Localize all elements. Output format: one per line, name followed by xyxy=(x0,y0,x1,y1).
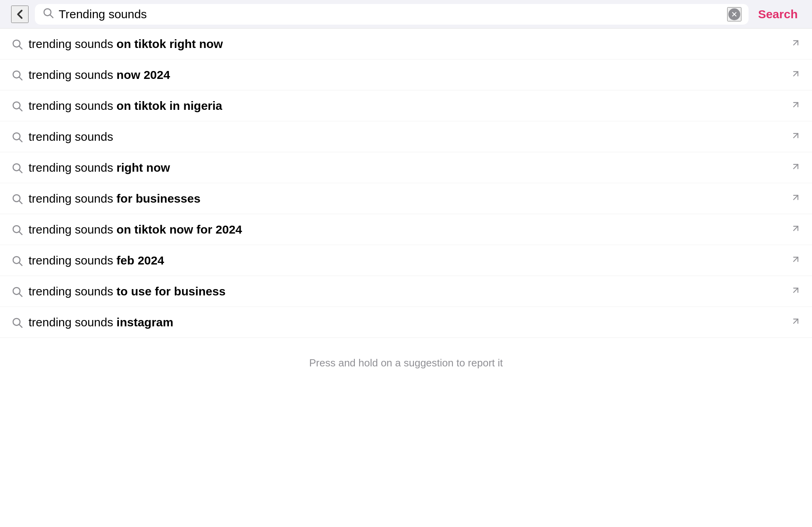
suggestion-item[interactable]: trending sounds instagram xyxy=(0,307,812,338)
suggestion-item[interactable]: trending sounds on tiktok right now xyxy=(0,29,812,59)
svg-line-21 xyxy=(794,195,798,200)
svg-line-14 xyxy=(19,139,22,142)
svg-line-1 xyxy=(50,15,53,18)
svg-line-30 xyxy=(794,288,798,293)
suggestion-search-icon xyxy=(11,255,29,266)
suggestion-item[interactable]: trending sounds on tiktok in nigeria xyxy=(0,90,812,121)
suggestion-search-icon xyxy=(11,316,29,328)
svg-line-15 xyxy=(794,134,798,138)
suggestion-search-icon xyxy=(11,224,29,236)
search-header: Trending sounds Search xyxy=(0,0,812,29)
suggestion-search-icon xyxy=(11,38,29,50)
suggestion-text: trending sounds to use for business xyxy=(29,285,791,298)
svg-line-17 xyxy=(19,170,22,172)
suggestion-arrow-icon[interactable] xyxy=(791,36,801,51)
suggestion-arrow-icon[interactable] xyxy=(791,98,801,113)
svg-line-12 xyxy=(794,103,798,107)
search-button[interactable]: Search xyxy=(755,8,801,21)
svg-line-23 xyxy=(19,232,22,234)
suggestion-text: trending sounds on tiktok right now xyxy=(29,37,791,51)
suggestion-arrow-icon[interactable] xyxy=(791,253,801,268)
suggestion-text: trending sounds xyxy=(29,130,791,144)
suggestion-item[interactable]: trending sounds right now xyxy=(0,152,812,183)
clear-button[interactable] xyxy=(727,7,741,21)
suggestion-item[interactable]: trending sounds on tiktok now for 2024 xyxy=(0,214,812,245)
suggestion-arrow-icon[interactable] xyxy=(791,284,801,299)
suggestion-arrow-icon[interactable] xyxy=(791,160,801,175)
suggestion-search-icon xyxy=(11,286,29,297)
suggestion-item[interactable]: trending sounds now 2024 xyxy=(0,59,812,90)
suggestion-text: trending sounds for businesses xyxy=(29,192,791,205)
svg-line-11 xyxy=(19,108,22,111)
suggestion-search-icon xyxy=(11,131,29,143)
svg-line-33 xyxy=(794,319,798,324)
hint-text: Press and hold on a suggestion to report… xyxy=(0,338,812,388)
suggestion-text: trending sounds on tiktok now for 2024 xyxy=(29,223,791,236)
suggestion-search-icon xyxy=(11,69,29,81)
svg-line-18 xyxy=(794,165,798,169)
svg-line-6 xyxy=(794,41,798,45)
suggestion-arrow-icon[interactable] xyxy=(791,191,801,206)
search-icon xyxy=(42,7,54,21)
svg-line-9 xyxy=(794,72,798,76)
suggestion-text: trending sounds on tiktok in nigeria xyxy=(29,99,791,113)
suggestion-text: trending sounds now 2024 xyxy=(29,68,791,82)
suggestion-item[interactable]: trending sounds for businesses xyxy=(0,183,812,214)
svg-line-29 xyxy=(19,293,22,296)
suggestion-item[interactable]: trending sounds feb 2024 xyxy=(0,245,812,276)
suggestion-arrow-icon[interactable] xyxy=(791,222,801,237)
svg-line-32 xyxy=(19,324,22,327)
suggestion-item[interactable]: trending sounds to use for business xyxy=(0,276,812,307)
suggestions-list: trending sounds on tiktok right now tren… xyxy=(0,29,812,338)
suggestion-text: trending sounds right now xyxy=(29,161,791,174)
suggestion-arrow-icon[interactable] xyxy=(791,67,801,82)
suggestion-arrow-icon[interactable] xyxy=(791,315,801,330)
suggestion-search-icon xyxy=(11,193,29,205)
svg-line-26 xyxy=(19,263,22,265)
suggestion-item[interactable]: trending sounds xyxy=(0,121,812,152)
svg-line-20 xyxy=(19,201,22,203)
back-button[interactable] xyxy=(11,6,29,23)
suggestion-search-icon xyxy=(11,162,29,174)
svg-line-8 xyxy=(19,77,22,80)
suggestion-arrow-icon[interactable] xyxy=(791,129,801,144)
search-input[interactable]: Trending sounds xyxy=(59,8,722,21)
clear-icon xyxy=(728,8,740,20)
suggestion-text: trending sounds instagram xyxy=(29,316,791,329)
search-bar: Trending sounds xyxy=(35,4,749,25)
svg-line-27 xyxy=(794,257,798,262)
svg-line-24 xyxy=(794,226,798,231)
svg-line-5 xyxy=(19,46,22,49)
suggestion-text: trending sounds feb 2024 xyxy=(29,254,791,267)
suggestion-search-icon xyxy=(11,100,29,112)
